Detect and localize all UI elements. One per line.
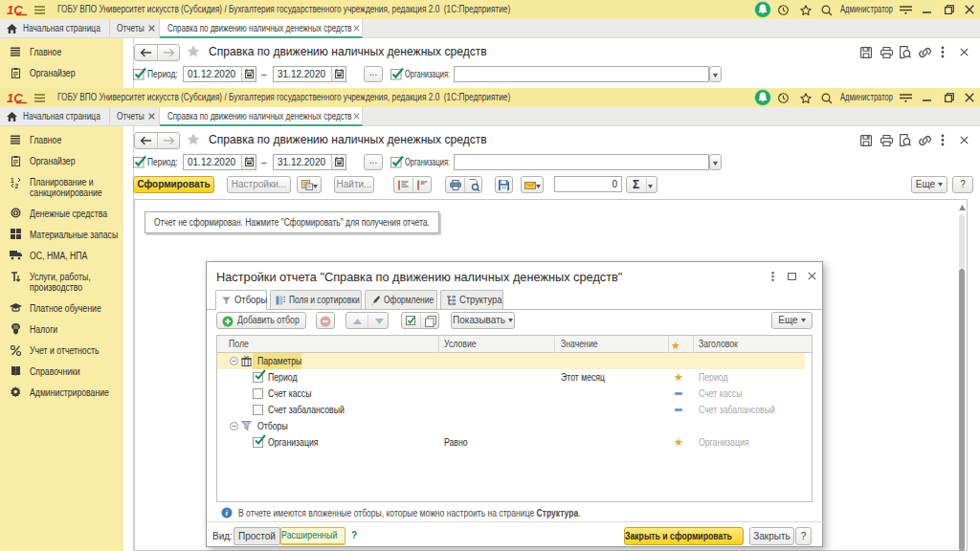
svg-text:1: 1 [11, 177, 14, 184]
svg-text:2: 2 [15, 183, 19, 189]
